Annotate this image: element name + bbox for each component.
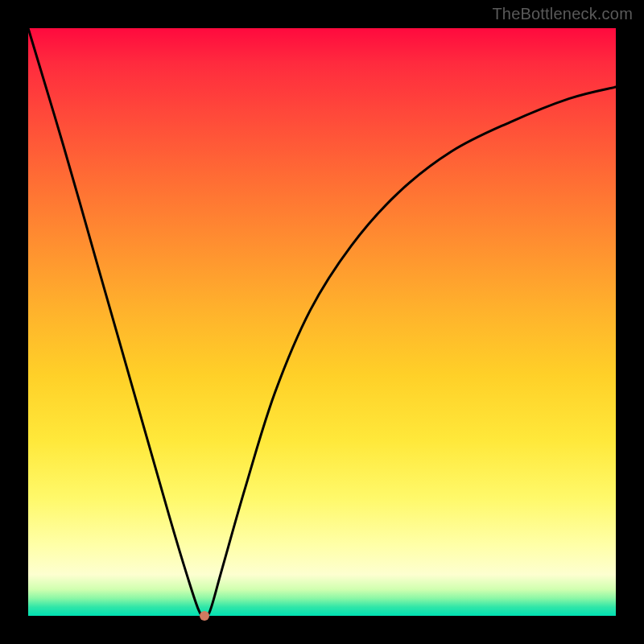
optimal-point-marker bbox=[200, 611, 209, 621]
bottleneck-curve bbox=[28, 28, 616, 616]
chart-svg bbox=[28, 28, 616, 616]
watermark-text: TheBottleneck.com bbox=[492, 5, 633, 23]
chart-frame: TheBottleneck.com bbox=[0, 0, 644, 644]
